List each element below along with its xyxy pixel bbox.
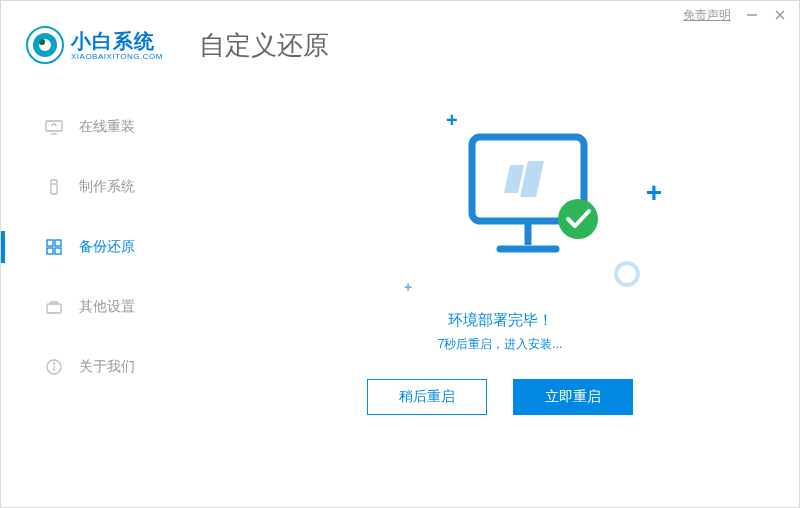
circle-decoration-icon [614,261,640,287]
minimize-button[interactable] [745,8,759,22]
window-controls: 免责声明 [683,1,799,29]
sidebar-item-label: 备份还原 [79,238,135,256]
sparkle-icon: + [404,279,412,295]
toolbox-icon [45,298,63,316]
brand-name: 小白系统 [71,30,163,52]
svg-rect-8 [51,180,57,194]
sidebar-item-backup-restore[interactable]: 备份还原 [1,217,201,277]
sidebar-item-label: 其他设置 [79,298,135,316]
svg-point-18 [54,363,55,364]
sparkle-icon: + [446,109,458,132]
svg-rect-11 [47,240,53,246]
restart-later-button[interactable]: 稍后重启 [367,379,487,415]
svg-rect-6 [46,121,62,131]
sidebar-item-label: 制作系统 [79,178,135,196]
brand-url: XIAOBAIXITONG.COM [71,52,163,61]
sidebar-item-other-settings[interactable]: 其他设置 [1,277,201,337]
info-icon [45,358,63,376]
sidebar-item-make-system[interactable]: 制作系统 [1,157,201,217]
disclaimer-link[interactable]: 免责声明 [683,7,731,24]
svg-point-22 [558,199,598,239]
svg-rect-12 [55,240,61,246]
sidebar-item-label: 在线重装 [79,118,135,136]
svg-point-5 [39,39,45,45]
brand-logo-icon [25,25,65,65]
sidebar-item-label: 关于我们 [79,358,135,376]
header: 小白系统 XIAOBAIXITONG.COM 自定义还原 [1,15,329,75]
svg-rect-15 [47,304,61,313]
svg-rect-13 [47,248,53,254]
monitor-success-icon [460,127,610,277]
status-subtitle: 7秒后重启，进入安装... [438,336,563,353]
status-title: 环境部署完毕！ [438,311,563,330]
svg-rect-14 [55,248,61,254]
status-text: 环境部署完毕！ 7秒后重启，进入安装... [438,311,563,353]
restart-now-button[interactable]: 立即重启 [513,379,633,415]
monitor-refresh-icon [45,118,63,136]
grid-icon [45,238,63,256]
button-row: 稍后重启 立即重启 [367,379,633,415]
page-title: 自定义还原 [199,28,329,63]
sparkle-icon: + [646,177,662,209]
usb-icon [45,178,63,196]
close-button[interactable] [773,8,787,22]
logo: 小白系统 XIAOBAIXITONG.COM [1,25,163,65]
sidebar-item-about-us[interactable]: 关于我们 [1,337,201,397]
main-content: + + + 环境部署完毕！ 7秒后重启，进入安装... 稍后重启 立即重启 [201,81,799,507]
sidebar-item-online-reinstall[interactable]: 在线重装 [1,97,201,157]
illustration: + + + [320,99,680,299]
sidebar: 在线重装 制作系统 备份还原 其他设置 关于我们 [1,97,201,397]
